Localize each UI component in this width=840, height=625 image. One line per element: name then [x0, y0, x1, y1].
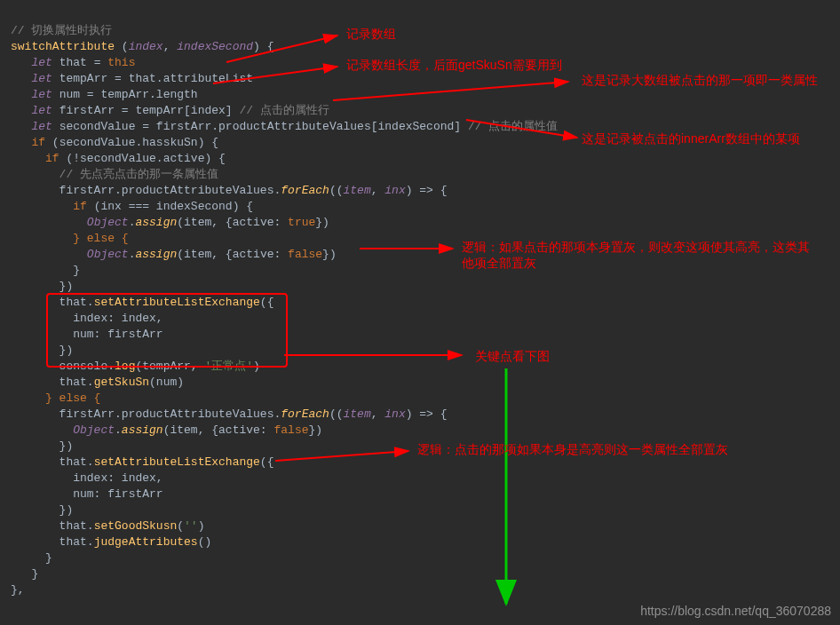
close: )	[198, 519, 205, 533]
brace: })	[59, 280, 74, 293]
highlight-box	[46, 293, 288, 368]
annot-3: 这是记录大数组被点击的那一项即一类属性	[582, 73, 830, 89]
comment: // 先点亮点击的那一条属性值	[59, 168, 218, 181]
brace: }	[31, 567, 38, 581]
comment: // 切换属性时执行	[11, 24, 112, 37]
expr: that.attributeList	[129, 72, 253, 85]
comment: // 点击的属性行	[239, 104, 329, 117]
method: setAttributeListExchange	[94, 455, 260, 469]
args: (item, {active:	[177, 248, 288, 261]
annot-2: 记录数组长度，后面getSkuSn需要用到	[346, 58, 562, 74]
kw: let	[31, 88, 52, 101]
expr: that.	[59, 376, 94, 389]
watermark: https://blog.csdn.net/qq_36070288	[640, 604, 831, 618]
method: judgeAttributes	[94, 535, 198, 549]
method: getSkuSn	[94, 376, 149, 389]
obj: Object	[87, 248, 129, 261]
expr: that.	[59, 455, 94, 469]
close: })	[309, 423, 323, 437]
expr: firstArr.productAttributeValues	[59, 184, 274, 197]
obj: Object	[73, 423, 115, 437]
op: !	[73, 152, 80, 165]
var: that	[59, 56, 87, 69]
args: (item, {active:	[177, 216, 288, 229]
annot-7: 逻辑：点击的那项如果本身是高亮则这一类属性全部置灰	[417, 442, 728, 458]
kw: if	[73, 200, 87, 213]
param: item	[343, 407, 370, 421]
annot-6: 关键点看下图	[475, 349, 550, 365]
param: index	[129, 40, 163, 53]
bool: true	[288, 216, 315, 229]
brace: })	[59, 439, 74, 453]
kw: if	[31, 136, 45, 149]
param: inx	[384, 407, 405, 421]
args: (num)	[149, 376, 184, 389]
close: })	[322, 248, 337, 261]
method: assign	[122, 423, 163, 437]
expr: firstArr.productAttributeValues	[59, 407, 274, 421]
brace: }	[45, 551, 52, 565]
kw: let	[31, 56, 52, 69]
param: indexSecond	[177, 40, 253, 53]
expr: tempArr.length	[100, 88, 197, 101]
var: num	[59, 88, 80, 101]
bool: false	[288, 248, 322, 261]
expr: inx === indexSecond	[100, 200, 232, 213]
prop: index: index,	[73, 471, 162, 485]
kw: if	[45, 152, 59, 165]
method: assign	[135, 248, 177, 261]
annot-4: 这是记录被点击的innerArr数组中的某项	[582, 131, 800, 147]
kw: let	[31, 120, 52, 133]
kw: let	[31, 104, 52, 117]
prop: num: firstArr	[73, 487, 162, 501]
method: setGoodSkusn	[94, 519, 178, 533]
expr: that.	[59, 519, 94, 533]
method: forEach	[281, 407, 329, 421]
method: assign	[135, 216, 177, 229]
args: ()	[198, 535, 212, 549]
method: forEach	[281, 184, 329, 197]
kw: let	[31, 72, 52, 85]
bool: false	[273, 423, 308, 437]
param: item	[343, 184, 370, 197]
string: ''	[184, 519, 198, 533]
close: })	[59, 503, 74, 517]
expr: secondValue.active	[80, 152, 204, 165]
open: ({	[260, 455, 274, 469]
close: })	[315, 216, 329, 229]
var: secondValue	[59, 120, 136, 133]
annot-5: 逻辑：如果点击的那项本身置灰，则改变这项使其高亮，这类其他项全部置灰	[462, 240, 821, 272]
expr: secondValue.hasskuSn	[59, 136, 198, 149]
expr: firstArr.productAttributeValues[indexSec…	[156, 120, 461, 133]
comment: // 点击的属性值	[468, 120, 558, 133]
args: (	[177, 519, 184, 533]
expr: tempArr[index]	[135, 104, 232, 117]
kw: this	[107, 56, 135, 69]
var: firstArr	[59, 104, 115, 117]
args: (item, {active:	[163, 423, 274, 437]
expr: that.	[59, 535, 94, 549]
var: tempArr	[59, 72, 108, 85]
param: inx	[384, 184, 405, 197]
else: } else {	[73, 232, 128, 245]
annot-1: 记录数组	[346, 27, 396, 43]
fn-name: switchAttribute	[11, 40, 115, 53]
brace: }	[73, 264, 80, 277]
obj: Object	[87, 216, 129, 229]
brace: },	[11, 583, 25, 597]
else: } else {	[45, 392, 100, 405]
